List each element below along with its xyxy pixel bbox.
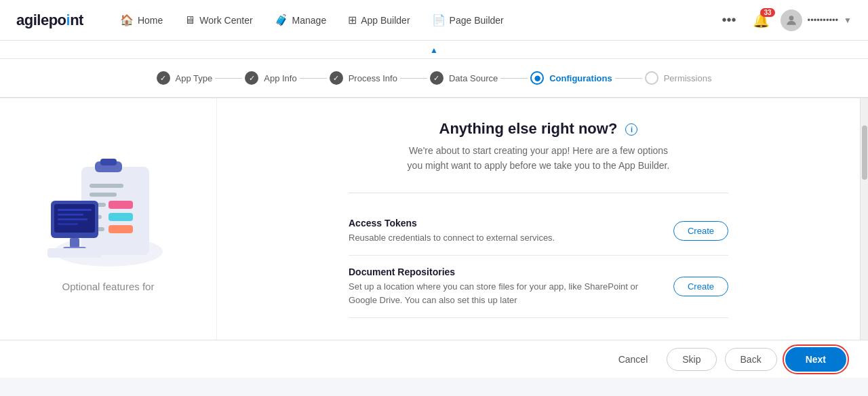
step-check-icon: ✓: [245, 71, 258, 85]
avatar: [781, 9, 802, 31]
collapse-bar[interactable]: ▲: [0, 41, 868, 59]
nav-item-home[interactable]: 🏠 Home: [111, 8, 172, 32]
document-repositories-create-button[interactable]: Create: [673, 277, 728, 296]
wizard-bar: ✓ App Type ✓ App Info ✓ Process Info ✓ D…: [0, 59, 868, 98]
page-builder-icon: 📄: [432, 14, 446, 26]
next-button[interactable]: Next: [785, 347, 846, 372]
navbar: agilepoint 🏠 Home 🖥 Work Center 🧳 Manage…: [0, 0, 868, 41]
cancel-button[interactable]: Cancel: [608, 349, 659, 370]
logo[interactable]: agilepoint: [16, 12, 83, 29]
step-check-icon: ✓: [157, 71, 170, 85]
collapse-arrow-icon: ▲: [430, 45, 438, 55]
wizard-step-app-type[interactable]: ✓ App Type: [157, 71, 213, 85]
skip-button[interactable]: Skip: [667, 348, 716, 371]
wizard-step-configurations[interactable]: ⬤ Configurations: [530, 71, 612, 85]
section-title: Anything else right now? i: [349, 120, 728, 138]
wizard-line-5: [615, 78, 642, 79]
wizard-step-data-source-label: Data Source: [449, 73, 498, 83]
access-tokens-title: Access Tokens: [349, 218, 657, 229]
scrollbar-thumb[interactable]: [862, 125, 867, 180]
wizard-step-app-info[interactable]: ✓ App Info: [245, 71, 296, 85]
nav-item-work-center-label: Work Center: [199, 15, 252, 26]
wizard-line-4: [500, 78, 528, 79]
nav-item-home-label: Home: [138, 15, 163, 26]
user-name: ••••••••••: [808, 15, 839, 25]
svg-rect-20: [58, 218, 87, 220]
back-button[interactable]: Back: [725, 348, 777, 371]
nav-item-manage[interactable]: 🧳 Manage: [265, 8, 336, 32]
access-tokens-create-button[interactable]: Create: [673, 221, 728, 241]
scrollbar[interactable]: [860, 98, 868, 340]
work-center-icon: 🖥: [184, 14, 195, 26]
chevron-down-icon: ▼: [844, 16, 852, 25]
more-button[interactable]: •••: [717, 9, 742, 31]
step-check-icon: ✓: [430, 71, 443, 85]
user-area[interactable]: •••••••••• ▼: [781, 9, 852, 31]
access-tokens-row: Access Tokens Reusable credentials to co…: [349, 207, 728, 256]
document-repositories-info: Document Repositories Set up a location …: [349, 266, 657, 306]
home-icon: 🏠: [120, 14, 134, 26]
wizard-step-permissions[interactable]: Permissions: [645, 71, 712, 85]
svg-rect-19: [58, 214, 83, 216]
wizard-step-configurations-label: Configurations: [549, 73, 612, 83]
svg-rect-4: [100, 159, 117, 165]
section-subtitle: We're about to start creating your app! …: [349, 143, 728, 174]
divider-top: [349, 193, 728, 193]
svg-rect-15: [70, 238, 79, 248]
nav-item-app-builder[interactable]: ⊞ App Builder: [338, 8, 419, 32]
step-active-icon: ⬤: [530, 71, 544, 85]
svg-rect-5: [90, 184, 123, 188]
right-panel: Anything else right now? i We're about t…: [217, 98, 860, 340]
wizard-line-3: [400, 78, 427, 79]
svg-point-0: [789, 16, 793, 20]
nav-item-work-center[interactable]: 🖥 Work Center: [175, 9, 262, 32]
step-inactive-icon: [645, 71, 658, 85]
wizard-step-app-type-label: App Type: [176, 73, 213, 83]
wizard-step-process-info-label: Process Info: [349, 73, 397, 83]
wizard-step-process-info[interactable]: ✓ Process Info: [330, 71, 397, 85]
wizard-step-permissions-label: Permissions: [664, 73, 712, 83]
nav-item-app-builder-label: App Builder: [361, 15, 410, 26]
access-tokens-desc: Reusable credentials to connect to exter…: [349, 231, 657, 245]
nav-links: 🏠 Home 🖥 Work Center 🧳 Manage ⊞ App Buil…: [111, 8, 717, 32]
wizard-step-data-source[interactable]: ✓ Data Source: [430, 71, 498, 85]
wizard-line-2: [300, 78, 327, 79]
nav-item-manage-label: Manage: [292, 15, 327, 26]
svg-rect-18: [58, 209, 92, 211]
nav-item-page-builder[interactable]: 📄 Page Builder: [422, 8, 513, 32]
manage-icon: 🧳: [275, 14, 288, 26]
optional-label: Optional features for: [62, 281, 155, 292]
wizard-line-1: [215, 78, 242, 79]
notification-badge: 33: [760, 8, 774, 17]
document-repositories-row: Document Repositories Set up a location …: [349, 256, 728, 318]
svg-rect-6: [90, 193, 117, 197]
notification-bell[interactable]: 🔔 33: [753, 12, 770, 28]
document-repositories-title: Document Repositories: [349, 266, 657, 277]
svg-rect-8: [108, 213, 133, 221]
step-check-icon: ✓: [330, 71, 343, 85]
illustration: [41, 146, 176, 275]
nav-right: ••• 🔔 33 •••••••••• ▼: [717, 9, 852, 31]
svg-rect-9: [108, 225, 133, 233]
app-builder-icon: ⊞: [348, 14, 357, 26]
svg-rect-21: [58, 223, 78, 225]
svg-rect-7: [108, 201, 133, 209]
nav-item-page-builder-label: Page Builder: [450, 15, 504, 26]
document-repositories-desc: Set up a location where you can store fi…: [349, 280, 657, 306]
main-area: Optional features for Anything else righ…: [0, 98, 868, 340]
wizard-step-app-info-label: App Info: [264, 73, 296, 83]
left-panel: Optional features for: [0, 98, 217, 340]
access-tokens-info: Access Tokens Reusable credentials to co…: [349, 218, 657, 245]
info-icon[interactable]: i: [625, 123, 637, 136]
footer-bar: Cancel Skip Back Next: [0, 340, 868, 378]
svg-rect-17: [47, 248, 102, 258]
logo-text: agilepoint: [16, 12, 83, 29]
